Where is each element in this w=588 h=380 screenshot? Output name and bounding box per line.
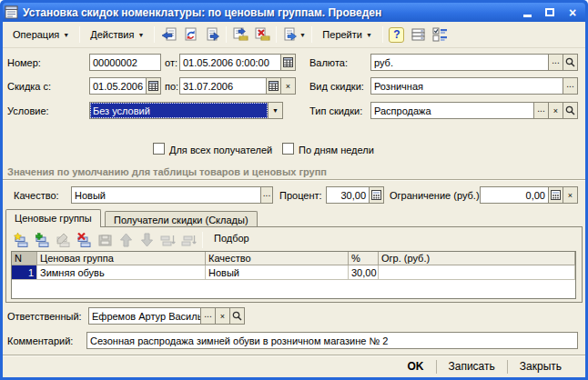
pick-button[interactable]: Подбор [207, 231, 257, 249]
discount-from-label: Скидка с: [7, 81, 51, 92]
choose-icon[interactable]: ... [548, 55, 563, 70]
by-weekdays-checkbox[interactable] [282, 143, 294, 155]
column-header-n[interactable]: N [12, 252, 37, 265]
chevron-down-icon: ▼ [366, 32, 372, 38]
choose-icon[interactable]: ... [200, 308, 215, 324]
operation-menu-button[interactable]: Операция ▼ [5, 25, 76, 45]
clear-icon[interactable]: × [215, 308, 229, 324]
close-icon[interactable]: × [563, 5, 582, 20]
move-down-icon[interactable] [137, 231, 157, 249]
discount-to-field[interactable]: 31.07.2006 × [179, 77, 296, 95]
calendar-icon[interactable] [280, 55, 295, 70]
button-separator [436, 360, 437, 374]
responsible-field[interactable]: Ефремов Артур Васильевич ... × [88, 307, 245, 325]
clear-icon[interactable]: × [280, 78, 295, 94]
tab-price-groups[interactable]: Ценовые группы [5, 209, 101, 227]
open-icon[interactable] [229, 308, 244, 324]
quality-field[interactable]: Новый ... [71, 186, 273, 204]
button-separator [507, 360, 508, 374]
open-icon[interactable] [563, 103, 577, 118]
reread-icon[interactable] [157, 25, 179, 45]
close-button[interactable]: Закрыть [516, 358, 565, 375]
datetime-label: от: [165, 57, 177, 68]
clear-icon[interactable]: × [548, 103, 563, 118]
toolbar-separator [311, 26, 312, 43]
maximize-icon[interactable] [541, 5, 559, 20]
all-recipients-label: Для всех получателей [169, 145, 272, 155]
limit-field[interactable]: 0,00 × [480, 186, 578, 204]
comment-field[interactable]: Сезонная распродажа зимней обуви в розни… [86, 332, 578, 349]
edit-row-icon[interactable] [53, 231, 73, 249]
condition-combobox[interactable]: Без условий ▼ [89, 102, 283, 119]
help-icon[interactable]: ? [386, 25, 408, 45]
chevron-down-icon: ▼ [299, 32, 306, 38]
titlebar[interactable]: Установка скидок номенклатуры: по ценовы… [3, 3, 585, 22]
copy-row-icon[interactable] [32, 231, 52, 249]
finish-edit-icon[interactable] [95, 231, 115, 249]
price-group-cell[interactable]: Зимняя обувь [37, 265, 206, 280]
toolbar-separator [276, 26, 277, 43]
all-recipients-checkbox[interactable] [153, 143, 165, 155]
calendar-icon[interactable] [146, 78, 160, 94]
percent-field[interactable]: 30,00 [326, 186, 384, 204]
main-toolbar: Операция ▼ Действия ▼ [3, 22, 585, 48]
quality-cell[interactable]: Новый [206, 265, 349, 280]
refresh-icon[interactable] [179, 25, 201, 45]
toolbar-separator [79, 26, 80, 43]
discount-kind-label: Вид скидки: [309, 81, 364, 92]
sort-ascending-icon[interactable] [157, 231, 177, 249]
delete-row-icon[interactable] [74, 231, 94, 249]
post-document-icon[interactable] [229, 25, 251, 45]
window-title: Установка скидок номенклатуры: по ценовы… [23, 6, 513, 19]
chevron-down-icon[interactable]: ▼ [268, 103, 282, 118]
goto-menu-button[interactable]: Перейти ▼ [315, 25, 380, 45]
cancel-posting-icon[interactable] [251, 25, 273, 45]
condition-label: Условие: [7, 105, 49, 116]
open-icon[interactable] [563, 55, 577, 70]
discount-type-label: Тип скидки: [309, 105, 362, 116]
ok-button[interactable]: OK [404, 358, 428, 375]
post-icon[interactable] [201, 25, 223, 45]
move-up-icon[interactable] [116, 231, 136, 249]
sort-descending-icon[interactable] [178, 231, 198, 249]
document-window: Установка скидок номенклатуры: по ценовы… [0, 0, 588, 380]
limit-cell[interactable] [379, 265, 575, 280]
calendar-icon[interactable] [266, 78, 280, 94]
percent-cell[interactable]: 30,00 [349, 265, 379, 280]
column-header-quality[interactable]: Качество [206, 252, 349, 265]
discount-type-field[interactable]: Распродажа ... × [370, 102, 578, 119]
list-settings-icon[interactable] [408, 25, 430, 45]
column-header-percent[interactable]: % [349, 252, 379, 265]
actions-menu-button[interactable]: Действия ▼ [83, 25, 151, 45]
responsible-label: Ответственный: [7, 311, 82, 322]
calculator-icon[interactable] [548, 187, 563, 203]
choose-icon[interactable]: ... [533, 103, 548, 118]
choose-icon[interactable]: ... [260, 187, 272, 203]
clear-icon[interactable]: × [563, 187, 577, 203]
form-settings-icon[interactable] [430, 25, 451, 45]
calculator-icon[interactable] [369, 187, 383, 203]
table-row[interactable]: 1 Зимняя обувь Новый 30,00 [12, 265, 575, 280]
form-client-area: Операция ▼ Действия ▼ [3, 22, 585, 377]
currency-label: Валюта: [309, 57, 348, 68]
discount-kind-field[interactable]: Розничная ... [370, 77, 578, 95]
comment-label: Комментарий: [7, 335, 73, 346]
choose-icon[interactable]: ... [563, 78, 577, 94]
add-row-icon[interactable] [11, 231, 31, 249]
limit-label: Ограничение (руб.): [390, 190, 482, 201]
section-divider [3, 179, 585, 181]
datetime-field[interactable]: 01.05.2006 0:00:00 [179, 54, 296, 71]
percent-label: Процент: [279, 190, 322, 201]
discount-to-label: по: [165, 81, 178, 92]
tab-discount-recipients[interactable]: Получатели скидки (Склады) [105, 211, 258, 227]
column-header-price-group[interactable]: Ценовая группа [37, 252, 206, 265]
output-icon[interactable]: ▼ [279, 25, 309, 45]
discount-from-field[interactable]: 01.05.2006 [89, 77, 161, 95]
column-header-limit[interactable]: Огр. (руб.) [379, 252, 575, 265]
save-button[interactable]: Записать [445, 358, 499, 375]
row-number-cell[interactable]: 1 [12, 265, 37, 280]
quality-label: Качество: [14, 190, 59, 201]
minimize-icon[interactable] [518, 5, 536, 20]
number-field[interactable]: 00000002 [89, 54, 161, 71]
currency-field[interactable]: руб. ... [370, 54, 578, 71]
